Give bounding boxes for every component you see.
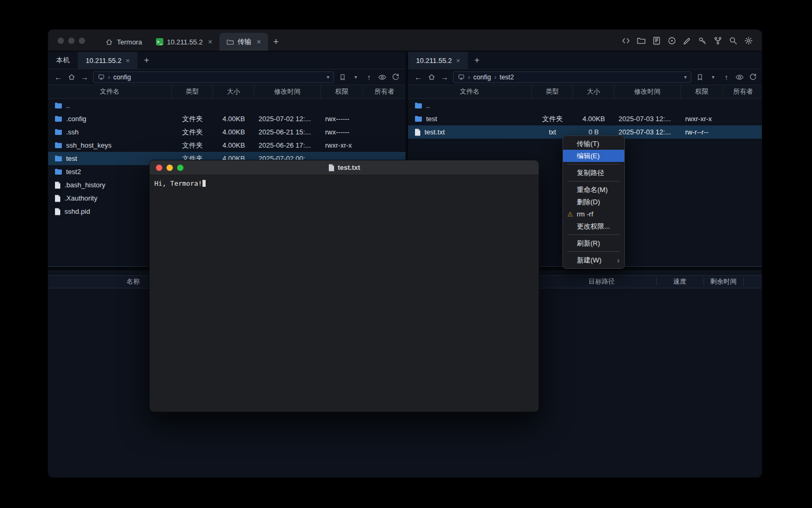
- upload-button[interactable]: ↑: [722, 73, 731, 81]
- file-row[interactable]: ..: [48, 99, 405, 112]
- file-row[interactable]: ssh_host_keys 文件夹 4.00KB 2025-06-26 17:.…: [48, 139, 405, 152]
- file-mtime: [614, 99, 681, 112]
- home-button[interactable]: [67, 73, 76, 81]
- tab-transfer[interactable]: 传输 ×: [219, 33, 268, 51]
- search-icon: [728, 36, 738, 46]
- tab-local[interactable]: 本机: [48, 52, 78, 69]
- menu-item-rename[interactable]: 重命名(M): [563, 184, 624, 196]
- file-row[interactable]: .config 文件夹 4.00KB 2025-07-02 12:... rwx…: [48, 112, 405, 125]
- close-tab-icon[interactable]: ×: [257, 38, 261, 46]
- column-header-size[interactable]: 大小: [573, 85, 614, 98]
- refresh-button[interactable]: [748, 73, 758, 81]
- tab-label: Termora: [117, 38, 142, 46]
- new-panel-tab-button[interactable]: +: [468, 52, 486, 69]
- menu-item-copy-path[interactable]: 复制路径: [563, 167, 624, 179]
- folder-icon: [636, 36, 646, 46]
- zoom-window-button[interactable]: [177, 165, 183, 171]
- breadcrumb-segment[interactable]: config: [113, 74, 131, 81]
- refresh-button[interactable]: [391, 73, 400, 81]
- menu-item-refresh[interactable]: 刷新(R): [563, 237, 624, 249]
- menu-item-delete[interactable]: 删除(D): [563, 196, 624, 208]
- close-window-button[interactable]: [156, 165, 162, 171]
- upload-button[interactable]: ↑: [364, 73, 374, 81]
- file-name-cell: test: [408, 112, 532, 125]
- column-header-mtime[interactable]: 修改时间: [614, 85, 681, 98]
- column-header-mtime[interactable]: 修改时间: [254, 85, 321, 98]
- file-perm: rwxr-xr-x: [321, 139, 363, 152]
- keys-button[interactable]: [697, 35, 707, 46]
- tab-termora[interactable]: Termora: [98, 33, 149, 51]
- bookmark-button[interactable]: [338, 74, 347, 81]
- menu-separator: [567, 181, 620, 182]
- column-header-owner[interactable]: 所有者: [723, 85, 762, 98]
- folders-button[interactable]: [636, 35, 646, 46]
- column-header-owner[interactable]: 所有者: [363, 85, 405, 98]
- column-header-remaining[interactable]: 剩余时间: [704, 276, 743, 288]
- bookmark-dropdown-icon[interactable]: ▾: [351, 74, 361, 80]
- chevron-down-icon[interactable]: ▾: [684, 74, 687, 80]
- menu-item-chmod[interactable]: 更改权限...: [563, 220, 624, 232]
- file-mtime: 2025-07-03 12:...: [614, 112, 681, 125]
- code-icon: [621, 36, 631, 46]
- new-tab-button[interactable]: +: [268, 33, 284, 51]
- file-perm: rwx------: [321, 125, 363, 139]
- close-tab-icon[interactable]: ×: [126, 57, 130, 65]
- menu-item-rm-rf[interactable]: ⚠ rm -rf: [563, 208, 624, 220]
- edit-button[interactable]: [682, 35, 692, 46]
- editor-content[interactable]: Hi, Termora!: [150, 175, 539, 412]
- home-button[interactable]: [427, 73, 436, 81]
- column-header-size[interactable]: 大小: [213, 85, 254, 98]
- tab-ssh-session[interactable]: >_ 10.211.55.2 ×: [149, 33, 219, 51]
- chevron-down-icon[interactable]: ▾: [327, 74, 329, 80]
- breadcrumb-segment[interactable]: config: [473, 74, 491, 81]
- file-icon: [328, 164, 335, 171]
- path-breadcrumb[interactable]: › config ▾: [93, 71, 334, 83]
- back-button[interactable]: ←: [413, 73, 423, 81]
- close-tab-icon[interactable]: ×: [208, 38, 212, 46]
- tab-remote-host[interactable]: 10.211.55.2 ×: [408, 52, 468, 69]
- forward-button[interactable]: →: [80, 73, 89, 81]
- column-header-name[interactable]: 文件名: [48, 85, 172, 98]
- journal-button[interactable]: [651, 35, 661, 46]
- column-header-type[interactable]: 类型: [172, 85, 213, 98]
- column-header-name[interactable]: 文件名: [408, 85, 532, 98]
- minimize-window-button[interactable]: [68, 38, 75, 44]
- bookmark-dropdown-icon[interactable]: ▾: [708, 74, 718, 80]
- close-tab-icon[interactable]: ×: [456, 57, 460, 65]
- menu-item-edit[interactable]: 编辑(E): [563, 150, 624, 162]
- menu-item-transfer[interactable]: 传输(T): [563, 138, 624, 150]
- menu-item-new[interactable]: 新建(W) ›: [563, 254, 624, 266]
- file-mtime: 2025-07-02 12:...: [254, 112, 321, 125]
- editor-title-text: test.txt: [338, 164, 361, 171]
- branch-button[interactable]: [713, 35, 723, 46]
- column-header-type[interactable]: 类型: [532, 85, 573, 98]
- close-window-button[interactable]: [58, 38, 64, 44]
- file-row[interactable]: ..: [408, 99, 762, 112]
- tab-remote-host[interactable]: 10.211.55.2 ×: [78, 52, 137, 69]
- search-button[interactable]: [728, 35, 738, 46]
- show-hidden-button[interactable]: [377, 73, 387, 81]
- column-header-speed[interactable]: 速度: [656, 276, 704, 288]
- file-row[interactable]: test 文件夹 4.00KB 2025-07-03 12:... rwxr-x…: [408, 112, 762, 125]
- column-header-perm[interactable]: 权限: [681, 85, 723, 98]
- back-button[interactable]: ←: [53, 73, 63, 81]
- bookmark-button[interactable]: [695, 74, 705, 81]
- file-icon: [54, 195, 61, 202]
- left-table-header: 文件名 类型 大小 修改时间 权限 所有者: [48, 85, 405, 99]
- home-icon: [68, 73, 76, 81]
- file-row[interactable]: .ssh 文件夹 4.00KB 2025-06-21 15:... rwx---…: [48, 125, 405, 139]
- breadcrumb-segment[interactable]: test2: [500, 74, 514, 81]
- settings-button[interactable]: [743, 35, 753, 46]
- zoom-window-button[interactable]: [79, 38, 85, 44]
- record-button[interactable]: [667, 35, 677, 46]
- file-owner: [363, 125, 405, 139]
- column-header-target-path[interactable]: 目标路径: [547, 276, 656, 288]
- new-panel-tab-button[interactable]: +: [137, 52, 155, 69]
- editor-text: Hi, Termora!: [154, 179, 202, 187]
- minimize-window-button[interactable]: [167, 165, 173, 171]
- code-button[interactable]: [621, 35, 631, 46]
- show-hidden-button[interactable]: [735, 73, 744, 81]
- forward-button[interactable]: →: [440, 73, 449, 81]
- column-header-perm[interactable]: 权限: [321, 85, 363, 98]
- path-breadcrumb[interactable]: › config › test2 ▾: [453, 71, 691, 83]
